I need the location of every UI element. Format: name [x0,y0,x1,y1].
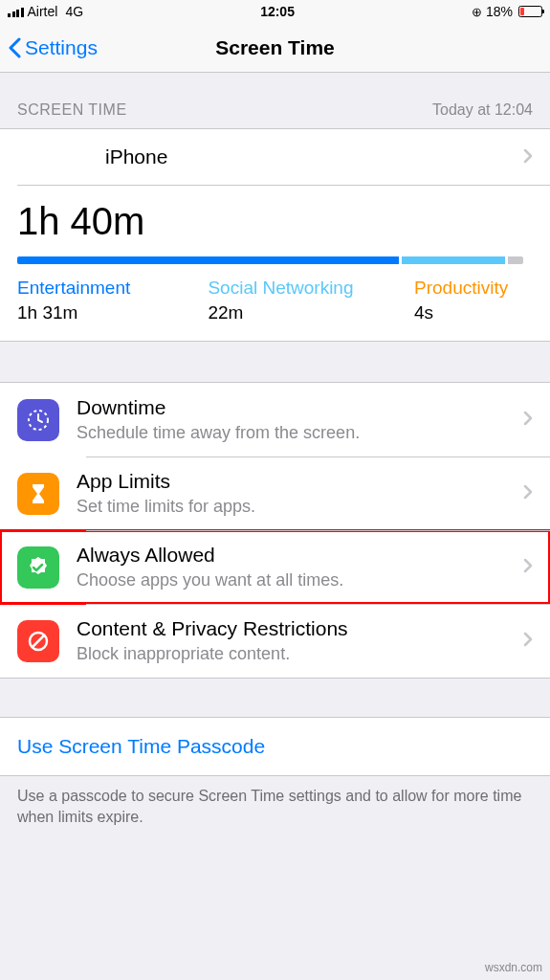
menu-content-privacy[interactable]: Content & Privacy Restrictions Block ina… [0,604,550,678]
menu-app-limits[interactable]: App Limits Set time limits for apps. [0,457,550,530]
menu-subtitle: Set time limits for apps. [77,497,255,517]
category-entertainment: Entertainment 1h 31m [17,278,208,323]
device-name: iPhone [105,145,167,168]
section-header-label: SCREEN TIME [17,101,127,119]
menu-downtime[interactable]: Downtime Schedule time away from the scr… [0,383,550,457]
category-label: Social Networking [208,278,414,299]
menu-subtitle: Schedule time away from the screen. [77,423,360,443]
menu-title: Downtime [77,396,360,419]
content-restrictions-icon [17,620,59,662]
chevron-right-icon [523,411,533,430]
usage-bar [17,256,533,264]
status-bar: Airtel 4G 12:05 ⊕ 18% [0,0,550,23]
network-label: 4G [65,4,83,19]
menu-title: Content & Privacy Restrictions [77,617,348,640]
bar-segment-social [402,256,505,264]
category-value: 1h 31m [17,302,208,323]
orientation-lock-icon: ⊕ [472,6,482,18]
watermark: wsxdn.com [485,961,542,974]
battery-pct: 18% [486,4,513,19]
app-limits-icon [17,473,59,515]
status-left: Airtel 4G [8,4,83,19]
passcode-note: Use a passcode to secure Screen Time set… [0,776,550,836]
back-label: Settings [25,36,98,59]
device-row[interactable]: iPhone [0,129,550,185]
downtime-icon [17,399,59,441]
chevron-right-icon [523,145,533,168]
link-label: Use Screen Time Passcode [17,735,265,757]
use-passcode-link[interactable]: Use Screen Time Passcode [0,717,550,776]
signal-icon [8,6,24,17]
total-time: 1h 40m [17,200,533,243]
category-label: Entertainment [17,278,208,299]
status-right: ⊕ 18% [472,4,542,19]
bar-segment-productivity [508,256,523,264]
section-header-screentime: SCREEN TIME Today at 12:04 [0,73,550,128]
chevron-right-icon [523,558,533,577]
menu-title: App Limits [77,470,255,493]
category-value: 4s [414,302,508,323]
chevron-right-icon [523,632,533,651]
menu-title: Always Allowed [77,544,343,567]
chevron-right-icon [523,484,533,503]
category-social: Social Networking 22m [208,278,414,323]
carrier-label: Airtel [28,4,58,19]
svg-line-2 [33,635,44,647]
category-productivity: Productivity 4s [414,278,508,323]
always-allowed-icon [17,546,59,589]
menu-subtitle: Block inappropriate content. [77,644,348,664]
menu-always-allowed[interactable]: Always Allowed Choose apps you want at a… [0,530,550,604]
category-label: Productivity [414,278,508,299]
status-time: 12:05 [260,4,295,19]
nav-bar: Settings Screen Time [0,23,550,73]
summary-card: iPhone 1h 40m Entertainment 1h 31m Socia… [0,128,550,342]
menu-subtitle: Choose apps you want at all times. [77,570,343,590]
usage-summary: 1h 40m Entertainment 1h 31m Social Netwo… [0,185,550,341]
section-header-timestamp: Today at 12:04 [432,101,533,119]
back-button[interactable]: Settings [8,36,98,59]
battery-icon [518,6,542,17]
chevron-left-icon [8,37,21,58]
category-value: 22m [208,302,414,323]
category-breakdown: Entertainment 1h 31m Social Networking 2… [17,278,533,323]
settings-menu: Downtime Schedule time away from the scr… [0,382,550,679]
bar-segment-entertainment [17,256,399,264]
